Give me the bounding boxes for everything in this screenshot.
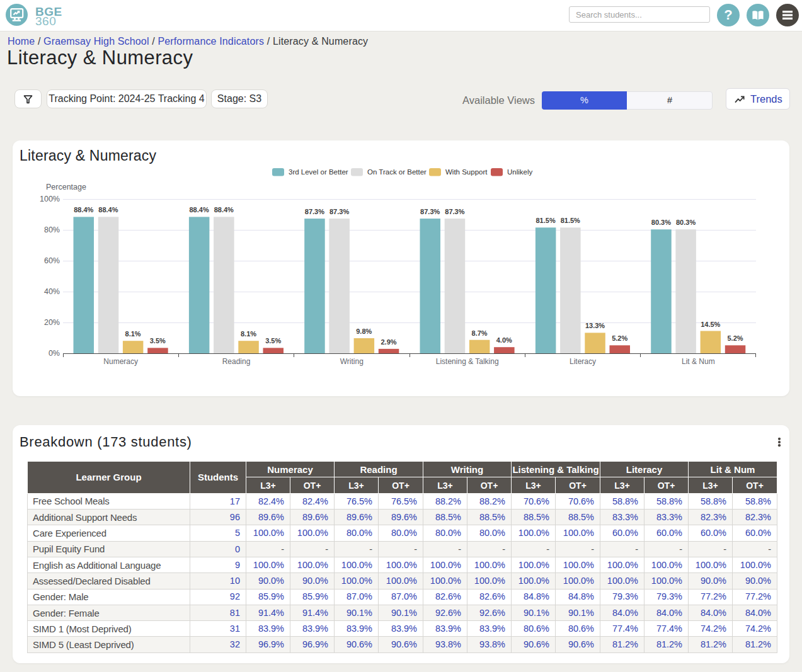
svg-text:13.3%: 13.3% — [585, 322, 605, 329]
svg-text:5.2%: 5.2% — [612, 334, 627, 342]
svg-text:88.4%: 88.4% — [98, 206, 118, 214]
svg-text:87.3%: 87.3% — [305, 208, 324, 215]
svg-text:88.4%: 88.4% — [74, 206, 93, 214]
svg-text:Numeracy: Numeracy — [103, 357, 138, 366]
svg-text:14.5%: 14.5% — [701, 321, 720, 328]
svg-text:Reading: Reading — [222, 357, 251, 366]
svg-text:3.5%: 3.5% — [150, 337, 166, 345]
svg-text:8.1%: 8.1% — [125, 330, 141, 338]
svg-text:0%: 0% — [49, 349, 60, 358]
svg-text:Listening & Talking: Listening & Talking — [436, 357, 499, 366]
svg-text:On Track or Better: On Track or Better — [367, 168, 427, 176]
svg-text:100%: 100% — [40, 195, 60, 203]
svg-text:3rd Level or Better: 3rd Level or Better — [289, 168, 348, 176]
svg-text:80.3%: 80.3% — [676, 219, 696, 226]
svg-text:Lit & Num: Lit & Num — [682, 357, 715, 366]
svg-text:88.4%: 88.4% — [189, 206, 209, 214]
svg-text:87.3%: 87.3% — [445, 208, 464, 215]
svg-text:87.3%: 87.3% — [420, 208, 440, 215]
svg-text:88.4%: 88.4% — [214, 206, 234, 214]
svg-text:20%: 20% — [44, 318, 60, 327]
svg-text:60%: 60% — [44, 256, 60, 265]
svg-text:4.0%: 4.0% — [496, 336, 512, 344]
svg-text:81.5%: 81.5% — [536, 217, 555, 224]
svg-text:Percentage: Percentage — [46, 183, 86, 191]
svg-text:3.5%: 3.5% — [265, 337, 281, 345]
svg-text:80.3%: 80.3% — [651, 219, 671, 226]
svg-text:Literacy: Literacy — [570, 357, 596, 366]
svg-text:8.1%: 8.1% — [241, 330, 256, 338]
svg-text:40%: 40% — [44, 287, 60, 296]
svg-text:With Support: With Support — [445, 168, 488, 176]
svg-text:2.9%: 2.9% — [381, 338, 396, 346]
svg-text:81.5%: 81.5% — [561, 217, 580, 224]
svg-text:80%: 80% — [44, 225, 60, 234]
svg-text:5.2%: 5.2% — [727, 334, 743, 342]
svg-text:87.3%: 87.3% — [329, 208, 349, 215]
svg-text:9.8%: 9.8% — [356, 327, 372, 335]
svg-text:Unlikely: Unlikely — [507, 168, 533, 176]
svg-text:Writing: Writing — [340, 357, 364, 366]
svg-text:8.7%: 8.7% — [472, 329, 488, 337]
